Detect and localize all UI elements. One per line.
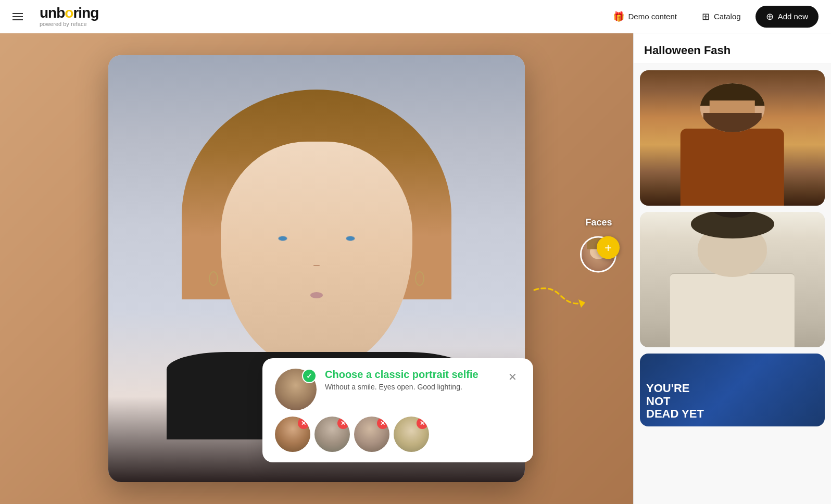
faces-panel: Faces +: [580, 217, 618, 273]
nav-catalog-label: Catalog: [714, 12, 741, 21]
nav-catalog[interactable]: ⊞ Catalog: [691, 6, 751, 28]
reject-icon-3: ✕: [377, 418, 388, 429]
tooltip-examples: ✕ ✕ ✕ ✕: [275, 417, 521, 452]
reject-icon-1: ✕: [298, 418, 309, 429]
sidebar-card-vintage-image: [640, 212, 825, 347]
tooltip-subtitle: Without a smile. Eyes open. Good lightin…: [325, 383, 496, 391]
card-blue-text: YOU'RENOTDEAD YET: [646, 382, 704, 420]
face-thumbnail[interactable]: +: [580, 236, 618, 273]
main-nav: 🎁 Demo content ⊞ Catalog ⊕ Add new: [602, 6, 819, 28]
add-face-button[interactable]: +: [597, 236, 620, 259]
tooltip-avatar-wrap: ✓: [275, 369, 317, 410]
face-skin: [221, 142, 413, 369]
faces-label: Faces: [585, 217, 612, 228]
nav-demo-label: Demo content: [628, 12, 677, 21]
vintage-figure: [663, 212, 801, 347]
right-sidebar: Halloween Fash: [633, 33, 831, 504]
nav-add-new-label: Add new: [778, 12, 808, 21]
sidebar-card-man[interactable]: [640, 70, 825, 206]
gift-icon: 🎁: [613, 11, 624, 22]
logo: unboring powered by reface: [40, 6, 98, 27]
eye-right: [346, 236, 355, 241]
main-image-container: Faces +: [0, 33, 633, 504]
nav-demo-content[interactable]: 🎁 Demo content: [602, 6, 687, 28]
svg-marker-0: [578, 299, 585, 308]
sidebar-card-vintage[interactable]: [640, 212, 825, 347]
main-layout: Faces +: [0, 33, 831, 504]
reject-icon-2: ✕: [337, 418, 349, 429]
tooltip-header: ✓ Choose a classic portrait selfie Witho…: [275, 369, 521, 410]
tooltip-title: Choose a classic portrait selfie: [325, 369, 496, 381]
hamburger-menu[interactable]: [12, 13, 23, 20]
man-figure: [668, 77, 797, 206]
content-area: Faces +: [0, 33, 633, 504]
plus-circle-icon: ⊕: [766, 11, 774, 22]
sidebar-content: YOU'RENOTDEAD YET: [634, 64, 831, 504]
logo-powered: powered by reface: [40, 21, 98, 27]
dashed-arrow: [529, 280, 591, 323]
bad-example-3: ✕: [354, 417, 389, 452]
tooltip-card: ✓ Choose a classic portrait selfie Witho…: [262, 358, 533, 462]
bad-example-4: ✕: [394, 417, 429, 452]
sidebar-card-blue[interactable]: YOU'RENOTDEAD YET: [640, 354, 825, 426]
check-badge: ✓: [302, 369, 317, 383]
logo-text-unboring: unboring: [40, 5, 98, 21]
bad-example-1: ✕: [275, 417, 310, 452]
tooltip-text: Choose a classic portrait selfie Without…: [325, 369, 496, 391]
earring-left: [209, 271, 218, 286]
eyes: [263, 221, 370, 256]
bad-example-2: ✕: [314, 417, 350, 452]
card-blue-content: YOU'RENOTDEAD YET: [646, 382, 704, 420]
reject-icon-4: ✕: [417, 418, 428, 429]
eye-left: [278, 236, 287, 241]
sidebar-title: Halloween Fash: [634, 33, 831, 64]
tooltip-close-button[interactable]: ✕: [504, 369, 521, 385]
nav-add-new[interactable]: ⊕ Add new: [756, 6, 819, 28]
catalog-icon: ⊞: [702, 11, 710, 22]
nose: [313, 256, 320, 266]
app-header: unboring powered by reface 🎁 Demo conten…: [0, 0, 831, 33]
lips: [310, 292, 323, 298]
sidebar-card-man-image: [640, 70, 825, 206]
